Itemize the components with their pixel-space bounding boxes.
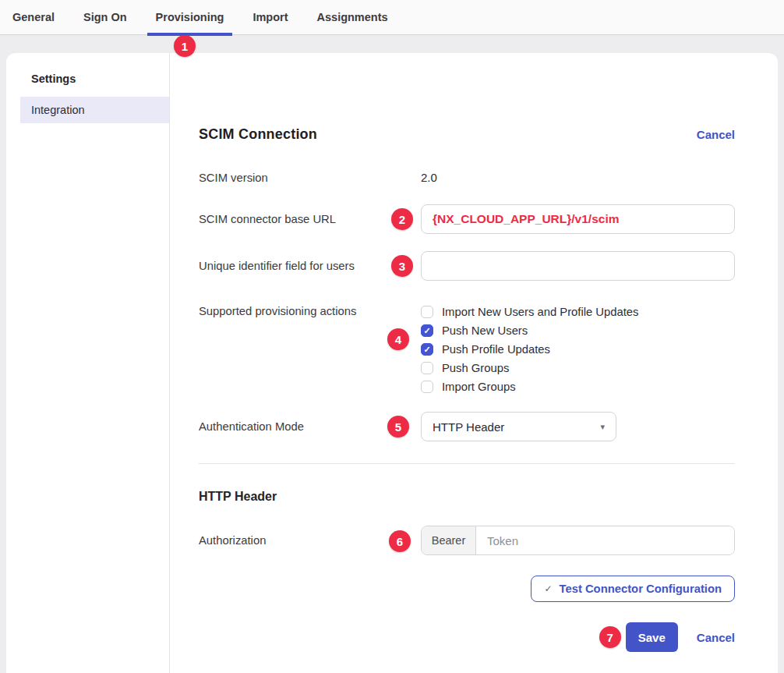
step-badge-1: 1	[174, 35, 196, 57]
sidebar-item-label: Integration	[31, 104, 85, 116]
footer-cancel-link[interactable]: Cancel	[697, 631, 735, 644]
bearer-prefix: Bearer	[422, 526, 476, 554]
checkbox-label: Push Profile Updates	[442, 343, 550, 356]
chevron-down-icon: ▾	[600, 422, 605, 432]
base-url-input[interactable]	[421, 204, 735, 234]
checkbox-icon[interactable]: ✓	[421, 324, 433, 337]
checkbox-icon[interactable]	[421, 362, 433, 374]
step-badge-5: 5	[387, 416, 409, 437]
provisioning-card: Settings Integration SCIM Connection Can…	[6, 53, 778, 673]
step-badge-3: 3	[391, 255, 413, 277]
authentication-mode-select[interactable]: HTTP Header ▾	[421, 412, 616, 441]
sidebar-item-integration[interactable]: Integration	[20, 97, 169, 123]
authentication-mode-value: HTTP Header	[433, 420, 504, 434]
checkbox-push-new-users[interactable]: ✓ Push New Users	[421, 321, 735, 340]
checkbox-label: Push New Users	[442, 324, 528, 337]
base-url-label: SCIM connector base URL	[199, 213, 421, 225]
http-header-section-title: HTTP Header	[199, 490, 735, 504]
checkbox-import-new-users[interactable]: Import New Users and Profile Updates	[421, 303, 735, 321]
settings-sidebar: Settings Integration	[6, 53, 170, 673]
checkbox-push-profile-updates[interactable]: ✓ Push Profile Updates	[421, 340, 735, 359]
unique-identifier-label: Unique identifier field for users	[199, 260, 421, 272]
step-badge-2: 2	[391, 208, 413, 230]
unique-identifier-input[interactable]	[421, 251, 735, 281]
tab-assignments[interactable]: Assignments	[317, 0, 388, 35]
tab-sign-on[interactable]: Sign On	[83, 0, 127, 35]
scim-connection-form: SCIM Connection Cancel SCIM version 2.0 …	[170, 53, 778, 673]
scim-version-value: 2.0	[421, 171, 735, 184]
header-cancel-link[interactable]: Cancel	[697, 128, 735, 141]
checkbox-icon[interactable]: ✓	[421, 343, 433, 356]
scim-version-label: SCIM version	[199, 172, 421, 184]
sidebar-section-title: Settings	[31, 73, 169, 85]
test-connector-configuration-button[interactable]: ✓ Test Connector Configuration	[531, 576, 735, 602]
checkbox-label: Push Groups	[442, 362, 509, 374]
app-tabbar: General Sign On Provisioning Import Assi…	[0, 0, 784, 35]
tab-provisioning[interactable]: Provisioning	[156, 0, 224, 35]
checkbox-icon[interactable]	[421, 306, 433, 318]
step-badge-6: 6	[389, 530, 411, 552]
checkbox-import-groups[interactable]: Import Groups	[421, 377, 735, 396]
checkbox-label: Import New Users and Profile Updates	[442, 306, 638, 318]
provisioning-actions-label: Supported provisioning actions	[199, 303, 421, 317]
checkbox-label: Import Groups	[442, 381, 516, 393]
checkbox-icon[interactable]	[421, 381, 433, 393]
step-badge-7: 7	[599, 626, 621, 648]
checkbox-push-groups[interactable]: Push Groups	[421, 359, 735, 377]
provisioning-actions-list: Import New Users and Profile Updates ✓ P…	[421, 303, 735, 396]
authorization-input-group: Bearer	[421, 526, 735, 555]
step-badge-4: 4	[387, 328, 409, 350]
save-button[interactable]: Save	[626, 622, 678, 652]
tab-import[interactable]: Import	[253, 0, 288, 35]
test-button-label: Test Connector Configuration	[559, 583, 722, 595]
page-title: SCIM Connection	[199, 126, 317, 143]
token-input[interactable]	[476, 526, 734, 554]
authorization-label: Authorization	[199, 534, 421, 547]
check-icon: ✓	[544, 583, 552, 594]
tab-general[interactable]: General	[12, 0, 55, 35]
section-divider	[199, 463, 735, 464]
